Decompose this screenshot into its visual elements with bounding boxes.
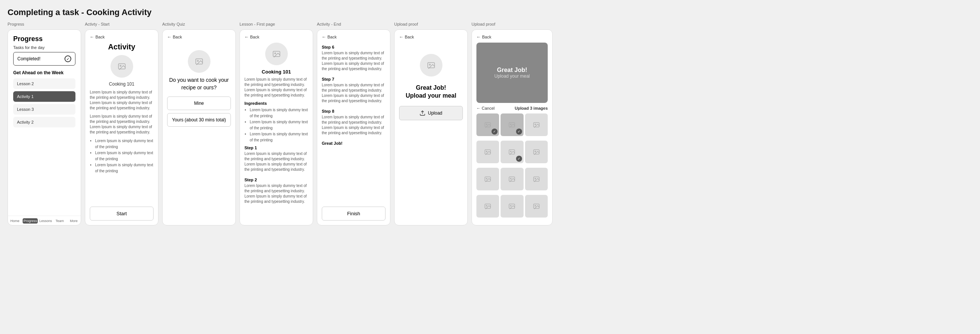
quiz-panel: Back Do you want to cook your recipe or … (162, 29, 236, 226)
nav-lessons[interactable]: Lessons (38, 218, 53, 224)
photo-cell-2[interactable]: ✓ (501, 113, 523, 136)
photo-cell-9[interactable] (525, 168, 548, 190)
activity-end-panel: Back Step 6 Lorem Ipsum is simply dummy … (317, 29, 390, 226)
svg-point-1 (120, 65, 121, 66)
col-label-progress: Progress (8, 22, 81, 26)
ingredient-2: Lorem Ipsum is simply dummy text of the … (250, 119, 308, 131)
ingredient-3: Lorem Ipsum is simply dummy text of the … (250, 131, 308, 143)
quiz-option-yours[interactable]: Yours (about 30 mins total) (167, 113, 231, 127)
photo-grid: ✓ ✓ ✓ (476, 113, 548, 221)
cancel-link[interactable]: ← Cancel (476, 106, 495, 110)
tasks-label: Tasks for the day (13, 45, 75, 50)
bullet-3: Lorem Ipsum is simply dummy text of the … (95, 162, 154, 174)
completed-text: Completed! (18, 56, 40, 62)
completed-box: Completed! ✓ (13, 52, 75, 65)
step1-text: Lorem Ipsum is simply dummy text of the … (245, 151, 308, 172)
col-label-upload2: Upload proof (471, 22, 553, 26)
step1-label: Step 1 (245, 146, 308, 150)
task-item-lesson3[interactable]: Lesson 3 (13, 104, 75, 115)
step6-text: Lorem Ipsum is simply dummy text of the … (322, 51, 385, 72)
ingredient-1: Lorem Ipsum is simply dummy text of the … (250, 107, 308, 119)
svg-point-16 (486, 151, 487, 152)
svg-point-7 (429, 64, 430, 65)
svg-point-3 (197, 60, 199, 62)
nav-home[interactable]: Home (8, 218, 22, 224)
step6-label: Step 6 (322, 45, 385, 49)
upload-btn-label: Upload (428, 110, 442, 116)
lesson-panel: Back Cooking 101 Lorem Ipsum is simply d… (240, 29, 313, 226)
back-link-end[interactable]: Back (322, 34, 385, 40)
svg-point-22 (486, 178, 487, 180)
week-label: Get Ahead on the Week (13, 70, 75, 75)
activity-heading: Activity (90, 43, 154, 51)
svg-point-10 (486, 124, 487, 125)
back-link-upload-grid[interactable]: Back (476, 34, 548, 40)
photo-cell-5[interactable]: ✓ (501, 141, 523, 163)
activity-body2: Lorem Ipsum is simply dummy text of the … (90, 114, 154, 135)
nav-progress[interactable]: Progress (22, 218, 38, 224)
task-item-lesson2[interactable]: Lesson 2 (13, 78, 75, 89)
check-icon: ✓ (65, 56, 71, 62)
photo-cell-7[interactable] (476, 168, 499, 190)
photo-cell-8[interactable] (501, 168, 523, 190)
svg-point-12 (511, 124, 512, 125)
lesson-image-placeholder (265, 43, 288, 65)
svg-point-24 (511, 178, 512, 180)
upload-grid-panel: Back Great Job! Upload your meal ← Cance… (471, 29, 553, 226)
ingredients-label: Ingredients (245, 101, 308, 105)
step2-label: Step 2 (245, 178, 308, 182)
activity-start-panel: Back Activity Cooking 101 Lorem Ipsum is… (85, 29, 158, 226)
page-title: Completing a task - Cooking Activity (8, 8, 972, 17)
step7-label: Step 7 (322, 77, 385, 81)
step8-label: Step 8 (322, 109, 385, 113)
activity-bullets: Lorem Ipsum is simply dummy text of the … (90, 138, 154, 174)
photo-cell-6[interactable] (525, 141, 548, 163)
step8-text: Lorem Ipsum is simply dummy text of the … (322, 115, 385, 136)
lesson-subtitle: Cooking 101 (245, 69, 308, 75)
upload-image-placeholder (420, 54, 442, 76)
back-link-upload[interactable]: Back (399, 34, 414, 40)
col-label-quiz: Activity Quiz (162, 22, 236, 26)
photo-cell-4[interactable] (476, 141, 499, 163)
col-label-upload1: Upload proof (394, 22, 468, 26)
svg-point-18 (511, 151, 512, 152)
upload-title: Great Job!Upload your meal (406, 84, 456, 100)
back-link-lesson[interactable]: Back (245, 34, 308, 40)
upload-button[interactable]: Upload (399, 106, 463, 120)
upload-proof-panel: Back Great Job!Upload your meal Upload (394, 29, 468, 226)
ingredients-list: Lorem Ipsum is simply dummy text of the … (245, 107, 308, 143)
svg-point-14 (535, 124, 536, 125)
photo-cell-12[interactable] (525, 195, 548, 218)
back-link-activity[interactable]: Back (90, 34, 154, 40)
task-list: Lesson 2 Activity 1 Lesson 3 Activity 2 (13, 78, 75, 210)
quiz-option-mine[interactable]: Mine (167, 97, 231, 110)
step2-text: Lorem Ipsum is simply dummy text of the … (245, 183, 308, 204)
selected-badge-1: ✓ (492, 129, 498, 135)
selected-badge-5: ✓ (516, 156, 522, 162)
finish-button[interactable]: Finish (322, 207, 385, 221)
start-button[interactable]: Start (90, 207, 154, 221)
photo-cell-10[interactable] (476, 195, 499, 218)
svg-point-30 (511, 205, 512, 207)
col-label-activity-start: Activty - Start (85, 22, 158, 26)
svg-point-20 (535, 151, 536, 152)
upload-images-button[interactable]: Upload 3 images (515, 106, 548, 110)
nav-more[interactable]: More (67, 218, 81, 224)
photo-cell-3[interactable] (525, 113, 548, 136)
nav-team[interactable]: Team (53, 218, 67, 224)
quiz-question: Do you want to cook your recipe or ours? (167, 76, 231, 91)
col-label-activity-end: Activity - End (317, 22, 390, 26)
step7-text: Lorem Ipsum is simply dummy text of the … (322, 83, 385, 104)
photo-cell-1[interactable]: ✓ (476, 113, 499, 136)
activity-image-placeholder (111, 55, 133, 78)
selected-badge-2: ✓ (516, 129, 522, 135)
photo-cell-11[interactable] (501, 195, 523, 218)
back-link-quiz[interactable]: Back (167, 34, 231, 40)
svg-point-5 (275, 53, 276, 54)
task-item-activity2[interactable]: Activity 2 (13, 117, 75, 127)
bullet-1: Lorem Ipsum is simply dummy text of the … (95, 138, 154, 150)
quiz-image-placeholder (188, 50, 210, 73)
progress-panel: Progress Tasks for the day Completed! ✓ … (8, 29, 81, 226)
task-item-activity1[interactable]: Activity 1 (13, 91, 75, 102)
col-label-lesson: Lesson - First page (240, 22, 313, 26)
